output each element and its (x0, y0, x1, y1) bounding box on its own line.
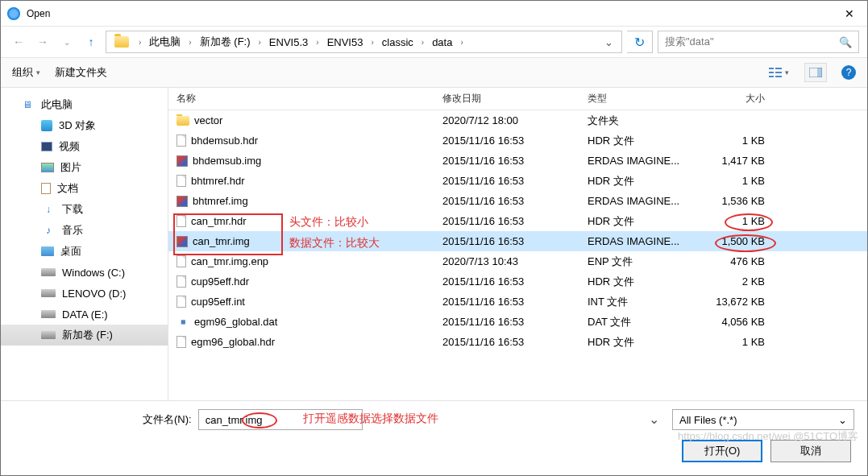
drive-icon (41, 310, 56, 318)
preview-pane-button[interactable] (804, 63, 827, 82)
titlebar: Open ✕ (1, 1, 867, 27)
nav-3d-objects[interactable]: 3D 对象 (1, 115, 168, 136)
back-button[interactable]: ← (9, 32, 28, 52)
search-placeholder: 搜索"data" (665, 35, 714, 49)
col-name[interactable]: 名称 (168, 92, 434, 106)
open-dialog: Open ✕ ← → ⌄ ↑ › 此电脑 › 新加卷 (F:) › ENVI5.… (0, 0, 868, 476)
file-icon (177, 275, 186, 288)
file-type: ERDAS IMAGINE... (579, 195, 700, 207)
chevron-down-icon: ⌄ (838, 414, 847, 426)
file-name: egm96_global.hdr (191, 336, 275, 348)
file-row[interactable]: bhtmref.hdr2015/11/16 16:53HDR 文件1 KB (168, 171, 867, 191)
file-icon (177, 175, 186, 187)
nav-this-pc[interactable]: 🖥此电脑 (1, 94, 168, 115)
col-type[interactable]: 类型 (579, 92, 700, 106)
file-row[interactable]: can_tmr.hdr2015/11/16 16:53HDR 文件1 KB (168, 211, 867, 231)
file-row[interactable]: can_tmr.img2015/11/16 16:53ERDAS IMAGINE… (168, 231, 867, 251)
list-header: 名称 修改日期 类型 大小 (168, 88, 867, 110)
file-name: bhdemsub.img (193, 155, 261, 167)
view-options-button[interactable]: ▾ (767, 63, 790, 82)
filename-input[interactable] (198, 409, 363, 430)
search-input[interactable]: 搜索"data" 🔍 (658, 31, 859, 53)
file-date: 2015/11/16 16:53 (434, 215, 579, 227)
nav-documents[interactable]: 文档 (1, 178, 168, 199)
address-bar: ← → ⌄ ↑ › 此电脑 › 新加卷 (F:) › ENVI5.3 › ENV… (1, 27, 867, 57)
breadcrumb-item[interactable]: classic (379, 36, 417, 48)
file-row[interactable]: bhdemsub.img2015/11/16 16:53ERDAS IMAGIN… (168, 151, 867, 171)
file-size: 1 KB (700, 175, 773, 187)
svg-rect-0 (769, 68, 774, 69)
file-row[interactable]: cup95eff.hdr2015/11/16 16:53HDR 文件2 KB (168, 271, 867, 292)
file-date: 2015/11/16 16:53 (434, 175, 579, 187)
breadcrumb-item[interactable]: 此电脑 (146, 35, 184, 49)
file-size: 2 KB (700, 275, 773, 288)
file-size: 476 KB (700, 255, 773, 267)
help-button[interactable]: ? (841, 65, 856, 80)
file-row[interactable]: bhdemsub.hdr2015/11/16 16:53HDR 文件1 KB (168, 130, 867, 151)
nav-desktop[interactable]: 桌面 (1, 241, 168, 262)
file-date: 2015/11/16 16:53 (434, 275, 579, 288)
breadcrumb-item[interactable]: ENVI53 (324, 36, 367, 48)
file-type: HDR 文件 (579, 134, 700, 148)
drive-icon (41, 331, 56, 339)
col-date[interactable]: 修改日期 (434, 92, 579, 106)
file-type: ERDAS IMAGINE... (579, 155, 700, 167)
chevron-right-icon: › (255, 38, 264, 47)
file-row[interactable]: vector2020/7/12 18:00文件夹 (168, 110, 867, 130)
search-icon: 🔍 (839, 36, 852, 48)
close-button[interactable]: ✕ (831, 7, 867, 20)
folder-icon (114, 36, 129, 48)
file-type: INT 文件 (579, 295, 700, 309)
file-type: HDR 文件 (579, 214, 700, 229)
up-button[interactable]: ↑ (81, 32, 101, 52)
list-body[interactable]: vector2020/7/12 18:00文件夹bhdemsub.hdr2015… (168, 110, 867, 400)
file-size: 1 KB (700, 215, 773, 227)
organize-button[interactable]: 组织▾ (12, 65, 40, 80)
file-row[interactable]: can_tmr.img.enp2020/7/13 10:43ENP 文件476 … (168, 251, 867, 271)
col-size[interactable]: 大小 (700, 92, 773, 106)
breadcrumb-item[interactable]: data (429, 36, 455, 48)
file-date: 2015/11/16 16:53 (434, 155, 579, 167)
refresh-button[interactable]: ↻ (627, 31, 653, 53)
file-row[interactable]: cup95eff.int2015/11/16 16:53INT 文件13,672… (168, 292, 867, 312)
filename-label: 文件名(N): (143, 412, 192, 427)
breadcrumb[interactable]: › 此电脑 › 新加卷 (F:) › ENVI5.3 › ENVI53 › cl… (106, 31, 622, 53)
breadcrumb-item[interactable]: 新加卷 (F:) (197, 35, 254, 49)
file-filter[interactable]: All Files (*.*)⌄ (672, 409, 854, 430)
nav-downloads[interactable]: ↓下载 (1, 199, 168, 220)
file-name: bhdemsub.hdr (191, 135, 258, 147)
forward-button[interactable]: → (33, 32, 52, 52)
file-size: 4,056 KB (700, 316, 773, 328)
nav-drive-d[interactable]: LENOVO (D:) (1, 283, 168, 304)
nav-drive-f[interactable]: 新加卷 (F:) (1, 325, 168, 346)
file-name: can_tmr.img (193, 235, 250, 247)
nav-videos[interactable]: 视频 (1, 136, 168, 157)
dropdown-icon[interactable]: ⌄ (600, 36, 618, 48)
sidebar: 🖥此电脑 3D 对象 视频 图片 文档 ↓下载 ♪音乐 桌面 Windows (… (1, 88, 168, 400)
drive-icon (41, 289, 56, 297)
nav-pictures[interactable]: 图片 (1, 157, 168, 178)
pc-icon: 🖥 (20, 99, 35, 110)
file-type: DAT 文件 (579, 315, 700, 329)
nav-music[interactable]: ♪音乐 (1, 220, 168, 241)
breadcrumb-item[interactable]: ENVI5.3 (266, 36, 311, 48)
body: 🖥此电脑 3D 对象 视频 图片 文档 ↓下载 ♪音乐 桌面 Windows (… (1, 88, 867, 400)
file-row[interactable]: egm96_global.hdr2015/11/16 16:53HDR 文件1 … (168, 332, 867, 352)
file-icon (177, 116, 189, 126)
svg-rect-7 (817, 68, 822, 77)
file-row[interactable]: egm96_global.dat2015/11/16 16:53DAT 文件4,… (168, 312, 867, 332)
file-type: HDR 文件 (579, 275, 700, 289)
drive-icon (41, 268, 56, 276)
nav-drive-c[interactable]: Windows (C:) (1, 262, 168, 283)
nav-drive-e[interactable]: DATA (E:) (1, 304, 168, 325)
app-icon (7, 7, 20, 20)
chevron-right-icon: › (313, 38, 322, 47)
svg-rect-2 (769, 76, 774, 77)
file-type: ENP 文件 (579, 255, 700, 269)
recent-dropdown[interactable]: ⌄ (57, 32, 77, 52)
file-icon (177, 296, 186, 308)
new-folder-button[interactable]: 新建文件夹 (55, 65, 107, 80)
file-row[interactable]: bhtmref.img2015/11/16 16:53ERDAS IMAGINE… (168, 191, 867, 211)
chevron-right-icon: › (418, 38, 427, 47)
file-size: 13,672 KB (700, 296, 773, 308)
